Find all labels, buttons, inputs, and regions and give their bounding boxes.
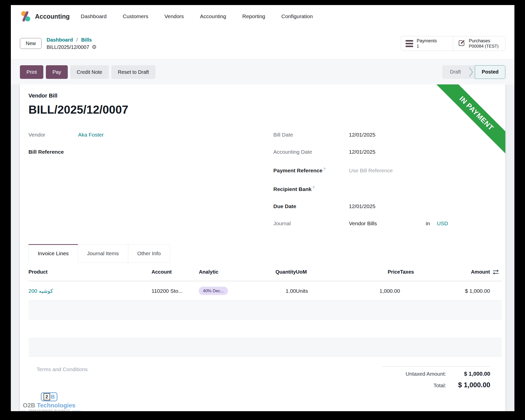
journal-connector: in (426, 220, 430, 227)
nav-item-reporting[interactable]: Reporting (242, 13, 265, 19)
optional-columns-icon[interactable] (490, 263, 502, 281)
tab-journal-items[interactable]: Journal Items (78, 244, 128, 263)
app-name[interactable]: Accounting (35, 13, 70, 20)
payment-reference-input[interactable]: Use Bill Reference (349, 167, 393, 174)
cell-amount[interactable]: $ 1,000.00 (443, 282, 490, 300)
action-statusbar-row: Print Pay Credit Note Reset to Draft Dra… (11, 59, 514, 84)
bill-reference-field: Bill Reference (28, 148, 273, 155)
bill-date-field: Bill Date 12/01/2025 (273, 131, 502, 138)
form-sheet: IN PAYMENT Vendor Bill BILL/2025/12/0007… (20, 84, 505, 411)
status-posted[interactable]: Posted (475, 65, 505, 79)
purchases-stat-button[interactable]: Purchases P00084 (TEST) (453, 36, 505, 51)
due-date-field: Due Date 12/01/2025 (273, 203, 502, 210)
total-value: $ 1,000.00 (446, 381, 490, 389)
journal-value[interactable]: Vendor Bills (349, 220, 426, 227)
empty-table-row (28, 319, 502, 338)
recipient-bank-field: Recipient Bank? (273, 184, 502, 193)
currency-link[interactable]: USD (437, 220, 448, 227)
bill-reference-label: Bill Reference (28, 148, 78, 155)
header-taxes[interactable]: Taxes (400, 263, 443, 281)
payment-reference-label: Payment Reference? (273, 166, 349, 174)
untaxed-amount-row: Untaxed Amount: $ 1,000.00 (382, 371, 490, 377)
product-link[interactable]: 200 كوشيه (28, 288, 53, 294)
breadcrumb-separator: / (76, 37, 78, 43)
gear-icon[interactable]: ⚙ (92, 44, 97, 50)
accounting-app-icon[interactable] (20, 11, 31, 22)
payments-label: Payments (417, 38, 437, 44)
control-panel: New Dashboard / Bills BILL/2025/12/0007 … (11, 28, 514, 59)
header-price[interactable]: Price (346, 263, 400, 281)
header-account[interactable]: Account (152, 263, 199, 281)
accounting-date-field: Accounting Date 12/01/2025 (273, 148, 502, 155)
accounting-date-value[interactable]: 12/01/2025 (349, 148, 375, 155)
action-buttons: Print Pay Credit Note Reset to Draft (20, 65, 155, 79)
breadcrumb-current-document: BILL/2025/12/0007 (47, 44, 89, 50)
header-uom[interactable]: UoM (296, 263, 346, 281)
o2b-tagline: TRANSFORMING BUSINESS (20, 409, 81, 411)
document-type-label: Vendor Bill (28, 92, 502, 99)
purchases-reference: P00084 (TEST) (469, 44, 499, 49)
bars-icon (406, 40, 413, 47)
pay-button[interactable]: Pay (46, 65, 68, 79)
stat-button-group: Payments 1 Purchases P00084 (TEST) (401, 36, 505, 51)
cell-price[interactable]: 1,000.00 (346, 282, 400, 300)
due-date-label: Due Date (273, 203, 349, 210)
document-name[interactable]: BILL/2025/12/0007 (28, 103, 502, 117)
journal-field: Journal Vendor Bills in USD (273, 220, 502, 227)
credit-note-button[interactable]: Credit Note (70, 65, 109, 79)
breadcrumb-bills-link[interactable]: Bills (81, 37, 92, 43)
print-button[interactable]: Print (20, 65, 43, 79)
nav-item-vendors[interactable]: Vendors (165, 13, 184, 19)
empty-table-row (28, 301, 502, 319)
status-draft[interactable]: Draft (442, 65, 468, 79)
tab-invoice-lines[interactable]: Invoice Lines (28, 244, 78, 263)
terms-and-conditions-placeholder[interactable]: Terms and Conditions (28, 366, 88, 372)
table-header-row: Product Account Analytic Quantity UoM Pr… (28, 263, 502, 281)
o2b-badge-letter: B (51, 394, 55, 400)
invoice-lines-table: Product Account Analytic Quantity UoM Pr… (28, 263, 502, 357)
due-date-value[interactable]: 12/01/2025 (349, 203, 375, 210)
bill-date-value[interactable]: 12/01/2025 (349, 131, 375, 138)
o2b-badge-number: 2 (44, 393, 50, 400)
reset-to-draft-button[interactable]: Reset to Draft (111, 65, 155, 79)
cell-taxes[interactable] (400, 285, 443, 297)
logo-teal-dot (25, 16, 30, 21)
vendor-field: Vendor Aka Foster (28, 131, 273, 138)
analytic-tag[interactable]: 40% Dec... (199, 287, 228, 295)
o2b-technologies-logo: 2 B O2B Technologies TRANSFORMING BUSINE… (21, 392, 77, 411)
sheet-footer: Terms and Conditions Untaxed Amount: $ 1… (28, 357, 502, 393)
total-row: Total: $ 1,000.00 (382, 381, 490, 389)
empty-table-row (28, 338, 502, 357)
statusbar-chevron-icon (468, 65, 475, 79)
cell-account[interactable]: 110200 Sto... (152, 282, 199, 300)
new-button[interactable]: New (20, 38, 42, 49)
payment-reference-field: Payment Reference? Use Bill Reference (273, 166, 502, 174)
nav-item-configuration[interactable]: Configuration (281, 13, 313, 19)
header-analytic[interactable]: Analytic (199, 263, 258, 281)
help-icon: ? (323, 167, 325, 171)
breadcrumb-dashboard-link[interactable]: Dashboard (47, 37, 73, 43)
accounting-date-label: Accounting Date (273, 148, 349, 155)
journal-label: Journal (273, 220, 349, 227)
o2b-badge-icon: 2 B (41, 392, 58, 401)
header-amount[interactable]: Amount (443, 263, 490, 281)
field-groups: Vendor Aka Foster Bill Reference Bill Da… (28, 131, 502, 237)
header-quantity[interactable]: Quantity (258, 263, 296, 281)
cell-uom[interactable]: Units (296, 282, 346, 300)
nav-item-customers[interactable]: Customers (123, 13, 148, 19)
untaxed-amount-label: Untaxed Amount: (406, 371, 446, 377)
nav-item-dashboard[interactable]: Dashboard (81, 13, 107, 19)
vendor-label: Vendor (28, 131, 78, 138)
payments-count: 1 (417, 44, 437, 49)
nav-item-accounting[interactable]: Accounting (200, 13, 226, 19)
payments-stat-button[interactable]: Payments 1 (401, 36, 453, 51)
header-product[interactable]: Product (28, 263, 152, 281)
cell-quantity[interactable]: 1.00 (258, 282, 296, 300)
edit-pencil-icon (458, 39, 465, 48)
vendor-value-link[interactable]: Aka Foster (78, 131, 104, 138)
content-area: IN PAYMENT Vendor Bill BILL/2025/12/0007… (11, 84, 514, 411)
invoice-line-row[interactable]: 200 كوشيه 110200 Sto... 40% Dec... 1.00 … (28, 281, 502, 301)
totals-block: Untaxed Amount: $ 1,000.00 Total: $ 1,00… (382, 366, 490, 393)
notebook-tabs: Invoice Lines Journal Items Other Info (28, 244, 502, 263)
tab-other-info[interactable]: Other Info (128, 244, 170, 263)
